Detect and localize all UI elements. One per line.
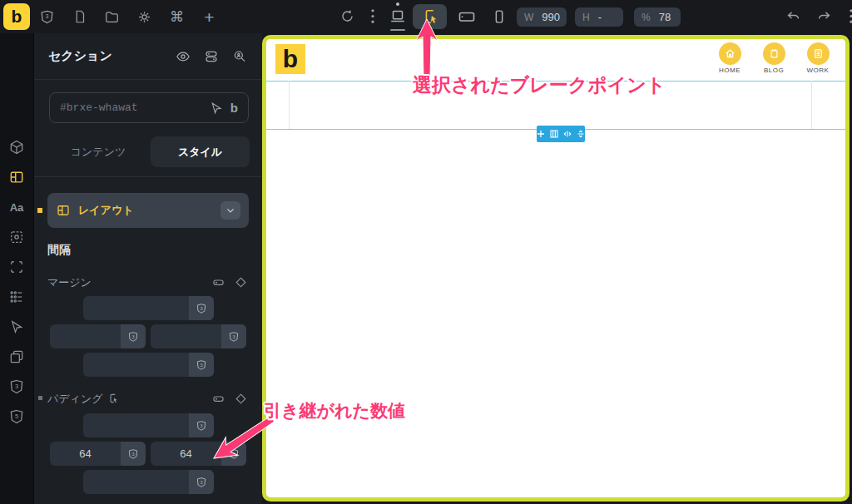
reload-icon[interactable] bbox=[339, 8, 355, 24]
breakpoint-mobile-icon[interactable] bbox=[488, 4, 511, 29]
margin-right-input[interactable]: 3 bbox=[151, 324, 246, 348]
settings-gear-icon[interactable] bbox=[136, 9, 152, 25]
layout-icon bbox=[56, 203, 71, 218]
element-settings-panel: セクション bbox=[33, 33, 262, 504]
width-value: 990 bbox=[542, 11, 560, 23]
unit-shield-icon[interactable]: 3 bbox=[189, 413, 214, 437]
margin-left-value bbox=[50, 324, 121, 348]
padding-bottom-value bbox=[83, 470, 189, 494]
undo-icon[interactable] bbox=[785, 8, 801, 24]
style-category-rail: Aa bbox=[0, 33, 33, 504]
unit-shield-icon[interactable]: 3 bbox=[189, 470, 214, 494]
tab-style[interactable]: スタイル bbox=[151, 136, 250, 167]
viewport-frame[interactable]: b HOME bbox=[262, 35, 850, 502]
container-guide-left bbox=[289, 81, 290, 129]
redo-icon[interactable] bbox=[816, 8, 832, 24]
svg-text:3: 3 bbox=[232, 451, 235, 456]
nav-item-work[interactable]: WORK bbox=[801, 42, 835, 74]
padding-left-value: 64 bbox=[50, 442, 121, 466]
breakpoint-desktop-icon[interactable] bbox=[386, 4, 409, 29]
svg-text:3: 3 bbox=[46, 13, 49, 20]
nav-item-home[interactable]: HOME bbox=[713, 42, 746, 74]
svg-text:3: 3 bbox=[131, 334, 134, 338]
svg-text:3: 3 bbox=[200, 479, 202, 484]
border-icon[interactable] bbox=[8, 259, 25, 275]
annotation-selected-breakpoint: 選択されたブレークポイント bbox=[413, 72, 666, 98]
element-id-input[interactable]: #brxe-whawat b bbox=[49, 92, 249, 123]
select-pointer-icon[interactable] bbox=[210, 101, 223, 115]
panel-title: セクション bbox=[48, 48, 112, 64]
more-options-icon[interactable] bbox=[364, 8, 380, 24]
unit-shield-icon[interactable]: 3 bbox=[189, 353, 214, 377]
zoom-value: 78 bbox=[659, 11, 671, 23]
accordion-layout-label: レイアウト bbox=[78, 203, 213, 218]
site-logo[interactable]: b bbox=[275, 44, 305, 74]
typography-icon[interactable]: Aa bbox=[8, 199, 25, 215]
margin-bottom-input[interactable]: 3 bbox=[83, 353, 214, 377]
padding-modified-dot bbox=[38, 396, 42, 400]
page-icon[interactable] bbox=[72, 9, 87, 25]
unit-shield-icon[interactable]: 3 bbox=[221, 442, 246, 466]
transform-box-icon[interactable] bbox=[8, 348, 25, 365]
chevron-down-icon[interactable] bbox=[220, 201, 240, 220]
custom-css-icon[interactable]: 3 bbox=[8, 378, 25, 395]
tab-content[interactable]: コンテンツ bbox=[47, 136, 149, 167]
margin-top-input[interactable]: 3 bbox=[83, 296, 214, 320]
states-toggles-icon[interactable] bbox=[204, 49, 219, 64]
builder-logo-button[interactable]: b bbox=[3, 3, 30, 30]
folder-icon[interactable] bbox=[104, 9, 120, 25]
layout-icon[interactable] bbox=[8, 169, 25, 185]
margin-top-value bbox=[83, 296, 189, 320]
width-label: W bbox=[524, 12, 533, 23]
add-element-icon[interactable] bbox=[536, 129, 546, 139]
work-list-icon bbox=[807, 42, 830, 65]
height-value: - bbox=[598, 11, 602, 23]
element-cube-icon[interactable] bbox=[8, 139, 25, 156]
svg-text:3: 3 bbox=[131, 451, 134, 456]
margin-right-value bbox=[151, 324, 221, 348]
breakpoint-tablet-selected-icon[interactable] bbox=[413, 4, 447, 29]
desktop-breakpoint-underline bbox=[390, 29, 405, 31]
padding-left-input[interactable]: 64 3 bbox=[50, 442, 146, 466]
inspect-loupe-icon[interactable] bbox=[232, 49, 247, 64]
shortcuts-command-icon[interactable]: ⌘ bbox=[169, 9, 185, 25]
resize-vertical-icon[interactable] bbox=[576, 129, 586, 139]
margin-visibility-icon[interactable] bbox=[212, 276, 225, 289]
canvas-width-input[interactable]: W 990 bbox=[517, 7, 567, 27]
resize-horizontal-icon[interactable] bbox=[562, 129, 572, 139]
margin-left-input[interactable]: 3 bbox=[50, 324, 146, 348]
attributes-html-icon[interactable]: 5 bbox=[8, 408, 25, 425]
padding-bottom-input[interactable]: 3 bbox=[83, 470, 214, 494]
zoom-label: % bbox=[641, 12, 651, 23]
padding-visibility-icon[interactable] bbox=[212, 393, 225, 405]
padding-link-values-icon[interactable] bbox=[235, 393, 247, 405]
padding-right-input[interactable]: 64 3 bbox=[151, 442, 246, 466]
interactions-cursor-icon[interactable] bbox=[8, 319, 25, 335]
accordion-layout[interactable]: レイアウト bbox=[47, 193, 249, 228]
breakpoint-landscape-icon[interactable] bbox=[454, 4, 479, 29]
unit-shield-icon[interactable]: 3 bbox=[189, 296, 214, 320]
canvas-zoom-input[interactable]: % 78 bbox=[634, 7, 681, 27]
margin-label: マージン bbox=[47, 275, 92, 290]
unit-shield-icon[interactable]: 3 bbox=[121, 442, 146, 466]
nav-item-blog[interactable]: BLOG bbox=[757, 42, 790, 74]
filters-list-icon[interactable] bbox=[8, 289, 25, 305]
unit-shield-icon[interactable]: 3 bbox=[221, 324, 246, 348]
css-icon[interactable]: 3 bbox=[39, 9, 55, 25]
canvas-height-input[interactable]: H - bbox=[575, 7, 623, 27]
element-id-placeholder: #brxe-whawat bbox=[60, 101, 202, 114]
visibility-eye-icon[interactable] bbox=[176, 49, 191, 64]
add-element-icon[interactable]: + bbox=[201, 9, 217, 25]
layout-modified-dot bbox=[37, 208, 42, 213]
margin-link-values-icon[interactable] bbox=[235, 276, 247, 289]
padding-top-value bbox=[83, 413, 189, 437]
toolbar-more-icon[interactable] bbox=[843, 8, 852, 24]
columns-icon[interactable] bbox=[549, 129, 559, 139]
brand-b-icon[interactable]: b bbox=[230, 101, 238, 115]
unit-shield-icon[interactable]: 3 bbox=[121, 324, 146, 348]
annotation-inherited-values: 引き継がれた数値 bbox=[264, 399, 405, 422]
background-icon[interactable] bbox=[8, 229, 25, 245]
svg-text:5: 5 bbox=[15, 413, 18, 420]
svg-text:3: 3 bbox=[200, 362, 202, 367]
padding-top-input[interactable]: 3 bbox=[83, 413, 214, 437]
